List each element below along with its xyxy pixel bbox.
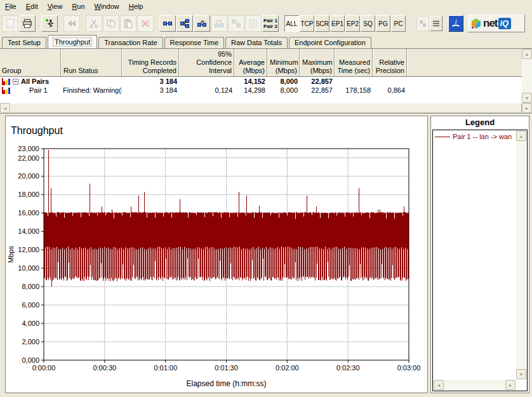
add-pair-icon xyxy=(163,18,173,29)
filter-tcp-button[interactable]: TCP xyxy=(300,15,314,32)
replicate-pair-button[interactable] xyxy=(211,15,227,32)
scroll-left-icon[interactable]: ◄ xyxy=(0,103,10,113)
x-tick-label: 0:01:30 xyxy=(215,364,238,372)
cell-avg: 14,152 xyxy=(234,77,267,85)
scroll-right-icon[interactable]: ► xyxy=(505,380,515,390)
cut-button[interactable] xyxy=(86,15,102,32)
column-header--mbps-[interactable]: Minimum(Mbps) xyxy=(267,49,300,76)
group-label: All Pairs xyxy=(21,77,49,85)
menu-file[interactable]: File xyxy=(1,1,22,12)
tab-endpoint-configuration[interactable]: Endpoint Configuration xyxy=(289,37,371,48)
swap-icon xyxy=(231,18,241,29)
cell-records: 3 184 xyxy=(122,77,179,85)
paste-button[interactable] xyxy=(120,15,136,32)
scroll-down-icon[interactable]: ▼ xyxy=(522,93,532,103)
tab-test-setup[interactable]: Test Setup xyxy=(2,37,46,48)
table-row-pair-1[interactable]: Pair 1Finished: Warning(s)3 1840,12414,2… xyxy=(0,86,532,95)
x-tick-label: 0:03:00 xyxy=(397,364,421,372)
tab-response-time[interactable]: Response Time xyxy=(164,37,224,48)
y-tick-label: 16,000 xyxy=(18,209,39,217)
menu-window[interactable]: Window xyxy=(90,1,124,12)
collapse-icon[interactable]: − xyxy=(13,79,18,84)
x-tick-label: 0:00:00 xyxy=(32,364,56,372)
help-button[interactable]: i xyxy=(448,15,463,32)
print-button[interactable] xyxy=(19,15,36,32)
pattern-button[interactable] xyxy=(416,16,429,31)
scissors-icon xyxy=(89,18,99,29)
filter-scr-button[interactable]: SCR xyxy=(315,15,329,32)
horizontal-scrollbar[interactable]: ◄ ► xyxy=(0,103,532,113)
group-cell: Pair 1 xyxy=(0,86,61,94)
scroll-up-icon[interactable]: ▲ xyxy=(522,49,532,59)
details-view-button[interactable] xyxy=(430,16,442,31)
legend-horizontal-scrollbar[interactable]: ◄ ► xyxy=(434,380,515,390)
replicate-icon xyxy=(214,18,224,29)
menu-help[interactable]: Help xyxy=(124,1,149,12)
add-multicast-group-button[interactable] xyxy=(176,15,193,32)
y-tick-label: 10,000 xyxy=(18,264,39,272)
column-header-run-status[interactable]: Run Status xyxy=(61,49,122,76)
help-book-icon: i xyxy=(451,18,461,29)
table-vertical-scrollbar[interactable]: ▲ ▼ xyxy=(522,49,532,103)
add-pair-button[interactable] xyxy=(159,15,176,32)
legend-vertical-scrollbar[interactable]: ▲ ▼ xyxy=(516,131,526,379)
document-icon xyxy=(5,18,15,29)
delete-x-icon xyxy=(140,18,150,29)
rewind-button[interactable] xyxy=(63,15,80,32)
tab-strip: Test SetupThroughputTransaction RateResp… xyxy=(0,34,532,48)
legend-line-sample-icon xyxy=(435,137,450,137)
y-tick-label: 23,000 xyxy=(18,145,39,152)
scroll-left-icon[interactable]: ◄ xyxy=(434,380,444,390)
column-header-spacer[interactable] xyxy=(407,49,532,76)
rewind-icon xyxy=(67,18,77,29)
column-header-interval[interactable]: 95% ConfidenceInterval xyxy=(179,49,234,76)
column-header-group[interactable]: Group xyxy=(0,49,61,76)
column-header-time-sec-[interactable]: MeasuredTime (sec) xyxy=(335,49,373,76)
cell-max: 22,857 xyxy=(300,86,335,94)
edit-pair-button[interactable] xyxy=(194,15,210,32)
delete-button[interactable] xyxy=(137,15,154,32)
cell-max: 22,857 xyxy=(300,77,335,85)
tab-raw-data-totals[interactable]: Raw Data Totals xyxy=(225,37,288,48)
edit-pair-icon xyxy=(197,18,207,29)
cell-ci: 0,124 xyxy=(179,86,234,94)
filter-pc-button[interactable]: PC xyxy=(391,15,406,32)
menu-view[interactable]: View xyxy=(43,1,68,12)
legend-entry: Pair 1 -- lan -> wan xyxy=(433,130,527,140)
tab-throughput[interactable]: Throughput xyxy=(48,35,97,48)
results-table: GroupRun StatusTiming RecordsCompleted95… xyxy=(0,48,532,103)
pair-list-button[interactable]: Pair 1Pair 2 xyxy=(262,15,279,32)
x-tick-label: 0:02:00 xyxy=(276,364,299,372)
scroll-down-icon[interactable]: ▼ xyxy=(516,369,526,379)
pair-chart-icon xyxy=(2,78,10,85)
new-report-button[interactable] xyxy=(2,15,18,32)
filter-all-button[interactable]: ALL xyxy=(284,15,299,32)
swap-endpoints-button[interactable] xyxy=(228,15,244,32)
menu-run[interactable]: Run xyxy=(67,1,90,12)
x-tick-label: 0:00:30 xyxy=(93,364,116,372)
menu-bar: FileEditViewRunWindowHelp xyxy=(0,0,532,13)
scrollbar-thumb[interactable] xyxy=(10,103,522,113)
select-pairs-button[interactable] xyxy=(245,15,262,32)
scroll-up-icon[interactable]: ▲ xyxy=(516,131,526,141)
filter-ep1-button[interactable]: EP1 xyxy=(330,15,345,32)
paste-icon xyxy=(123,18,133,29)
filter-sq-button[interactable]: SQ xyxy=(361,15,375,32)
y-tick-label: 18,000 xyxy=(18,191,39,198)
netiq-cube-icon xyxy=(470,18,482,29)
scroll-right-icon[interactable]: ► xyxy=(522,103,532,113)
pair-chart-icon xyxy=(2,87,10,94)
column-header-completed[interactable]: Timing RecordsCompleted xyxy=(122,49,179,76)
netiq-logo-net-text: net xyxy=(483,17,498,30)
column-header--mbps-[interactable]: Average(Mbps) xyxy=(234,49,267,76)
column-header--mbps-[interactable]: Maximum(Mbps) xyxy=(300,49,335,76)
copy-button[interactable] xyxy=(103,15,119,32)
cell-min: 8,000 xyxy=(267,77,300,85)
table-row-all-pairs[interactable]: −All Pairs3 18414,1528,00022,857 xyxy=(0,77,532,86)
menu-edit[interactable]: Edit xyxy=(22,1,43,12)
column-header-precision[interactable]: RelativePrecision xyxy=(373,49,407,76)
run-test-button[interactable] xyxy=(41,15,58,32)
filter-pg-button[interactable]: PG xyxy=(376,15,390,32)
filter-ep2-button[interactable]: EP2 xyxy=(345,15,360,32)
tab-transaction-rate[interactable]: Transaction Rate xyxy=(98,37,163,48)
